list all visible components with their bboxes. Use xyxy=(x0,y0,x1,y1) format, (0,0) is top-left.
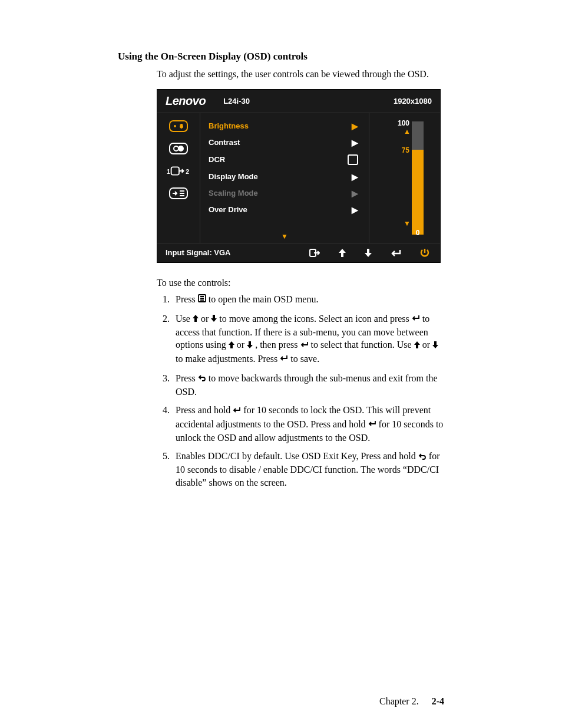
decrease-caret-icon: ▼ xyxy=(404,219,411,228)
menu-item-brightness[interactable]: Brightness ▶ xyxy=(200,118,369,134)
osd-menu: Brightness ▶ Contrast ▶ DCR Display Mode… xyxy=(200,113,369,243)
down-arrow-icon[interactable] xyxy=(365,249,372,257)
svg-point-3 xyxy=(174,146,178,151)
page-number: 2-4 xyxy=(421,696,444,706)
menu-label: Display Mode xyxy=(209,172,258,181)
instructions-list: Press to open the main OSD menu. Use or … xyxy=(157,293,444,489)
submenu-arrow-icon: ▶ xyxy=(352,172,358,182)
lenovo-logo: Lenovo xyxy=(166,94,206,108)
up-arrow-icon xyxy=(229,339,234,352)
instruction-2: Use or to move among the icons. Select a… xyxy=(172,312,444,366)
instruction-1: Press to open the main OSD menu. xyxy=(172,293,444,307)
instruction-3: Press to move backwards through the sub-… xyxy=(172,372,444,398)
instruction-5: Enables DDC/CI by default. Use OSD Exit … xyxy=(172,450,444,489)
power-icon[interactable] xyxy=(420,248,429,258)
svg-rect-7 xyxy=(171,167,179,174)
back-icon xyxy=(198,372,206,385)
menu-label: Contrast xyxy=(209,138,240,147)
scale-max: 100 xyxy=(398,119,409,127)
down-arrow-icon xyxy=(432,339,438,352)
enter-icon[interactable] xyxy=(391,249,401,257)
svg-rect-9 xyxy=(170,188,187,199)
up-arrow-icon[interactable] xyxy=(339,249,346,257)
menu-item-over-drive[interactable]: Over Drive ▶ xyxy=(200,202,369,218)
up-arrow-icon xyxy=(414,339,420,352)
menu-item-dcr[interactable]: DCR xyxy=(200,151,369,169)
osd-value-scale: 100 ▲ 75 ▼ 0 xyxy=(369,113,440,243)
scale-min: 0 xyxy=(412,229,424,237)
enter-icon xyxy=(280,353,288,365)
section-title: Using the On-Screen Display (OSD) contro… xyxy=(118,51,444,62)
menu-label: Scaling Mode xyxy=(209,189,258,197)
svg-rect-0 xyxy=(170,121,187,131)
svg-text:1: 1 xyxy=(167,169,170,175)
menu-icon xyxy=(198,293,206,306)
increase-caret-icon: ▲ xyxy=(404,127,411,136)
intro-text: To adjust the settings, the user control… xyxy=(157,68,444,81)
svg-point-1 xyxy=(174,125,176,127)
menu-item-scaling-mode: Scaling Mode ▶ xyxy=(200,185,369,202)
scale-fill xyxy=(412,150,424,235)
more-items-down-icon: ▼ xyxy=(281,232,288,241)
enter-icon xyxy=(233,404,241,417)
osd-resolution: 1920x1080 xyxy=(394,97,432,106)
osd-panel: Lenovo L24i-30 1920x1080 12 xyxy=(157,89,441,263)
chapter-label: Chapter 2. xyxy=(379,696,419,706)
osd-category-icons: 12 xyxy=(157,113,200,243)
input-category-icon[interactable]: 12 xyxy=(167,163,190,179)
menu-item-contrast[interactable]: Contrast ▶ xyxy=(200,134,369,151)
submenu-arrow-icon: ▶ xyxy=(352,138,358,147)
submenu-arrow-icon: ▶ xyxy=(352,189,358,198)
instructions-lead: To use the controls: xyxy=(157,277,444,289)
brightness-category-icon[interactable] xyxy=(167,118,190,134)
osd-figure: Lenovo L24i-30 1920x1080 12 xyxy=(157,89,444,263)
down-arrow-icon xyxy=(247,339,253,352)
instruction-4: Press and hold for 10 seconds to lock th… xyxy=(172,404,444,444)
menu-item-display-mode[interactable]: Display Mode ▶ xyxy=(200,169,369,185)
osd-footer: Input Signal: VGA xyxy=(157,243,440,262)
osd-model: L24i-30 xyxy=(206,97,394,106)
checkbox-icon xyxy=(348,154,358,165)
input-signal-label: Input Signal: VGA xyxy=(166,248,237,257)
back-icon xyxy=(418,450,427,463)
enter-icon xyxy=(412,312,420,325)
menu-label: DCR xyxy=(209,155,225,164)
submenu-arrow-icon: ▶ xyxy=(352,205,358,215)
up-arrow-icon xyxy=(193,312,199,325)
menu-category-icon[interactable] xyxy=(167,185,190,202)
exit-icon[interactable] xyxy=(309,249,320,257)
scale-track xyxy=(412,121,424,235)
menu-label: Brightness xyxy=(209,121,249,130)
page-footer: Chapter 2. 2-4 xyxy=(379,696,444,707)
contrast-category-icon[interactable] xyxy=(167,140,190,157)
svg-text:2: 2 xyxy=(186,169,189,175)
down-arrow-icon xyxy=(211,312,217,325)
osd-header: Lenovo L24i-30 1920x1080 xyxy=(157,90,440,113)
enter-icon xyxy=(300,339,309,352)
menu-label: Over Drive xyxy=(209,205,247,214)
enter-icon xyxy=(368,418,376,431)
scale-current: 75 xyxy=(402,146,409,154)
submenu-arrow-icon: ▶ xyxy=(352,121,358,131)
